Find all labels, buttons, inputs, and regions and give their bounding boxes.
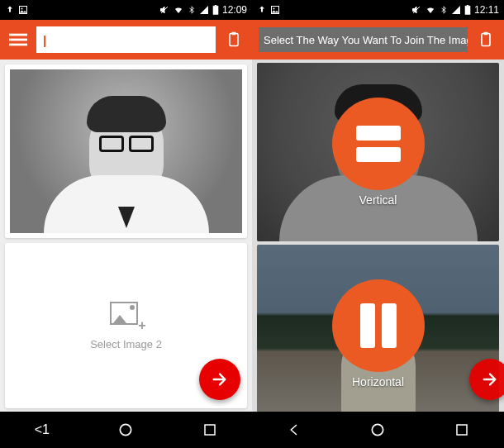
- placeholder-label: Select Image 2: [90, 338, 162, 350]
- svg-rect-10: [205, 425, 215, 435]
- signal-icon: [451, 5, 461, 15]
- signal-icon: [199, 5, 209, 15]
- wifi-icon: [173, 5, 184, 15]
- svg-rect-3: [215, 5, 216, 6]
- status-time: 12:09: [222, 4, 247, 16]
- image-slot-1[interactable]: [5, 64, 247, 238]
- screen-right: 12:11 Select The Way You Want To Join Th…: [252, 0, 504, 448]
- svg-rect-5: [9, 39, 27, 41]
- vertical-icon: [332, 98, 425, 190]
- mute-icon: [411, 5, 421, 15]
- wifi-icon: [425, 5, 436, 15]
- app-bar: Select The Way You Want To Join The Imag…: [252, 20, 504, 60]
- nav-home-button[interactable]: [105, 422, 146, 438]
- next-fab[interactable]: [199, 359, 240, 400]
- nav-recent-button[interactable]: [189, 422, 231, 437]
- mute-icon: [159, 5, 169, 15]
- svg-rect-13: [465, 6, 470, 14]
- text-cursor: |: [43, 33, 46, 47]
- image-icon: [18, 5, 28, 15]
- svg-rect-14: [467, 5, 468, 6]
- clipboard-button[interactable]: [222, 28, 245, 51]
- horizontal-label: Horizontal: [352, 375, 404, 388]
- screen-left: 12:09 | + Select: [0, 0, 252, 448]
- svg-point-1: [21, 8, 23, 10]
- upload-icon: [257, 5, 267, 15]
- search-input[interactable]: |: [36, 26, 216, 53]
- svg-rect-15: [482, 34, 490, 46]
- svg-rect-7: [230, 34, 238, 46]
- svg-rect-4: [9, 34, 27, 36]
- svg-point-9: [121, 424, 131, 435]
- bluetooth-icon: [188, 5, 196, 15]
- svg-point-17: [373, 424, 383, 435]
- svg-point-12: [273, 8, 275, 10]
- add-image-icon: +: [110, 302, 143, 330]
- menu-button[interactable]: [7, 28, 30, 51]
- status-bar: 12:09: [0, 0, 252, 20]
- clipboard-button[interactable]: [474, 28, 497, 51]
- nav-home-button[interactable]: [357, 422, 398, 438]
- svg-rect-2: [213, 6, 218, 14]
- nav-back-button[interactable]: [273, 422, 315, 437]
- svg-rect-16: [484, 32, 488, 35]
- content-area: Vertical Horizontal: [252, 60, 504, 412]
- svg-rect-18: [457, 425, 467, 435]
- nav-recent-button[interactable]: [441, 422, 483, 437]
- vertical-label: Vertical: [359, 193, 397, 207]
- nav-bar: <1: [0, 412, 252, 448]
- status-bar: 12:11: [252, 0, 504, 20]
- svg-rect-8: [232, 32, 236, 35]
- next-fab[interactable]: [469, 359, 504, 400]
- join-option-vertical[interactable]: Vertical: [257, 63, 499, 241]
- nav-bar: [252, 412, 504, 448]
- battery-icon: [212, 5, 219, 15]
- content-area: + Select Image 2: [0, 60, 252, 412]
- nav-counter: <1: [21, 422, 63, 437]
- battery-icon: [464, 5, 471, 15]
- svg-rect-6: [9, 44, 27, 46]
- upload-icon: [5, 5, 15, 15]
- image-icon: [270, 5, 280, 15]
- join-option-horizontal[interactable]: Horizontal: [257, 245, 499, 412]
- status-time: 12:11: [474, 4, 499, 16]
- horizontal-icon: [332, 279, 425, 372]
- selected-image-1: [10, 69, 242, 233]
- tooltip-banner: Select The Way You Want To Join The Imag…: [259, 27, 468, 52]
- bluetooth-icon: [440, 5, 448, 15]
- app-bar: |: [0, 20, 252, 60]
